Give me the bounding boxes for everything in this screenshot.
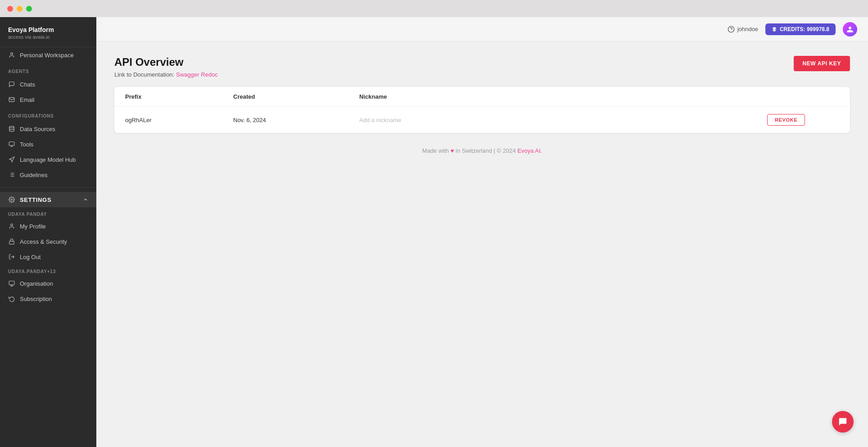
sidebar-item-label: Guidelines xyxy=(20,172,47,178)
sidebar-item-organisation[interactable]: Organisation xyxy=(0,276,96,291)
page-footer: Made with ♥ in Switzerland | © 2024 Evoy… xyxy=(114,133,850,169)
cell-prefix: ogRhALer xyxy=(125,117,233,123)
minimize-button[interactable] xyxy=(17,6,23,12)
sidebar-item-language-model-hub[interactable]: Language Model Hub xyxy=(0,152,96,167)
footer-text-before: Made with xyxy=(422,147,449,154)
person-icon xyxy=(8,223,15,230)
settings-label: SETTINGS xyxy=(8,196,51,203)
doc-link-row: Link to Documentation: Swagger Redoc xyxy=(114,71,218,78)
page-header: API Overview Link to Documentation: Swag… xyxy=(114,56,850,78)
agents-section-label: AGENTS xyxy=(0,63,96,77)
svg-point-0 xyxy=(11,53,13,55)
new-api-key-button[interactable]: NEW API KEY xyxy=(794,56,850,71)
svg-rect-16 xyxy=(11,286,13,286)
sidebar-item-access-security[interactable]: Access & Security xyxy=(0,234,96,249)
sidebar-item-label: Chats xyxy=(20,81,35,88)
column-prefix: Prefix xyxy=(125,93,233,100)
lock-icon xyxy=(8,238,15,245)
subscription-icon xyxy=(8,295,15,302)
tools-icon xyxy=(8,141,15,148)
window-controls xyxy=(7,6,32,12)
sidebar-item-label: Language Model Hub xyxy=(20,156,76,163)
sidebar-item-email[interactable]: Email xyxy=(0,92,96,107)
svg-rect-13 xyxy=(9,241,14,244)
help-button[interactable]: johndoe xyxy=(728,26,758,33)
database-icon xyxy=(8,125,15,132)
revoke-button[interactable]: REVOKE xyxy=(767,114,805,126)
user-section-label: UDAYA PANDAY xyxy=(0,207,96,219)
chat-fab-button[interactable] xyxy=(832,411,854,433)
titlebar xyxy=(0,0,868,17)
sidebar-item-label: Email xyxy=(20,96,35,103)
org-section-label: UDAYA.PANDAY+13 xyxy=(0,265,96,276)
svg-rect-1 xyxy=(9,97,14,101)
sidebar-item-guidelines[interactable]: Guidelines xyxy=(0,167,96,182)
credits-label: CREDITS: 999978.8 xyxy=(780,26,829,32)
sidebar-item-chats[interactable]: Chats xyxy=(0,77,96,92)
settings-text: SETTINGS xyxy=(20,196,51,203)
sidebar-item-my-profile[interactable]: My Profile xyxy=(0,219,96,234)
sidebar-item-label: Data Sources xyxy=(20,126,55,132)
sidebar-item-data-sources[interactable]: Data Sources xyxy=(0,121,96,137)
swagger-link[interactable]: Swagger xyxy=(176,71,199,78)
sidebar-item-label: Subscription xyxy=(20,296,52,302)
sidebar-item-label: Access & Security xyxy=(20,238,67,245)
svg-point-2 xyxy=(9,126,14,128)
page-body: API Overview Link to Documentation: Swag… xyxy=(96,41,868,447)
footer-text-after: in Switzerland | © 2024 xyxy=(456,147,516,154)
email-icon xyxy=(8,96,15,103)
sidebar-item-label: My Profile xyxy=(20,223,46,230)
table-row: ogRhALer Nov. 6, 2024 Add a nickname REV… xyxy=(114,107,850,133)
sidebar-brand: Evoya Platform access via avaia.io xyxy=(0,17,96,47)
svg-point-11 xyxy=(11,199,13,201)
column-nickname: Nickname xyxy=(359,93,767,100)
sidebar: Evoya Platform access via avaia.io Perso… xyxy=(0,17,96,447)
topbar: johndoe CREDITS: 999978.8 xyxy=(96,17,868,41)
question-circle-icon xyxy=(728,26,735,33)
page-title-block: API Overview Link to Documentation: Swag… xyxy=(114,56,218,78)
sidebar-item-log-out[interactable]: Log Out xyxy=(0,249,96,265)
logout-icon xyxy=(8,253,15,260)
gear-icon xyxy=(8,196,15,203)
chat-icon xyxy=(8,81,15,88)
sidebar-item-label: Organisation xyxy=(20,280,53,287)
brand-name: Evoya Platform xyxy=(8,26,88,33)
org-icon xyxy=(8,280,15,287)
svg-point-12 xyxy=(11,224,13,226)
cell-nickname[interactable]: Add a nickname xyxy=(359,117,767,123)
main-content: johndoe CREDITS: 999978.8 API Overview xyxy=(96,17,868,447)
configurations-section-label: CONFIGURATIONS xyxy=(0,107,96,121)
table-header: Prefix Created Nickname xyxy=(114,87,850,107)
list-icon xyxy=(8,171,15,178)
credits-icon xyxy=(772,27,777,32)
person-icon xyxy=(8,51,15,59)
chat-bubble-icon xyxy=(838,417,848,427)
avatar-icon xyxy=(846,25,854,33)
doc-link-prefix: Link to Documentation: xyxy=(114,71,174,78)
close-button[interactable] xyxy=(7,6,13,12)
username-label: johndoe xyxy=(737,26,758,32)
sidebar-item-label: Tools xyxy=(20,141,33,148)
footer-brand-link[interactable]: Evoya AI. xyxy=(517,147,542,154)
sidebar-item-subscription[interactable]: Subscription xyxy=(0,291,96,306)
sidebar-item-personal-workspace[interactable]: Personal Workspace xyxy=(0,47,96,63)
api-table: Prefix Created Nickname ogRhALer Nov. 6,… xyxy=(114,87,850,133)
column-actions xyxy=(767,93,839,100)
footer-heart: ♥ xyxy=(451,147,454,154)
svg-rect-3 xyxy=(9,142,14,146)
column-created: Created xyxy=(233,93,359,100)
sidebar-item-tools[interactable]: Tools xyxy=(0,137,96,152)
settings-toggle[interactable]: SETTINGS xyxy=(0,192,96,207)
cell-created: Nov. 6, 2024 xyxy=(233,117,359,123)
maximize-button[interactable] xyxy=(26,6,32,12)
cell-actions: REVOKE xyxy=(767,114,839,126)
svg-rect-15 xyxy=(9,281,14,285)
user-avatar[interactable] xyxy=(843,22,857,36)
navigation-icon xyxy=(8,156,15,163)
app-container: Evoya Platform access via avaia.io Perso… xyxy=(0,17,868,447)
sidebar-item-label: Personal Workspace xyxy=(20,52,74,59)
redoc-link[interactable]: Redoc xyxy=(201,71,218,78)
svg-marker-4 xyxy=(9,157,14,162)
page-title: API Overview xyxy=(114,56,218,68)
credits-button[interactable]: CREDITS: 999978.8 xyxy=(765,23,836,35)
